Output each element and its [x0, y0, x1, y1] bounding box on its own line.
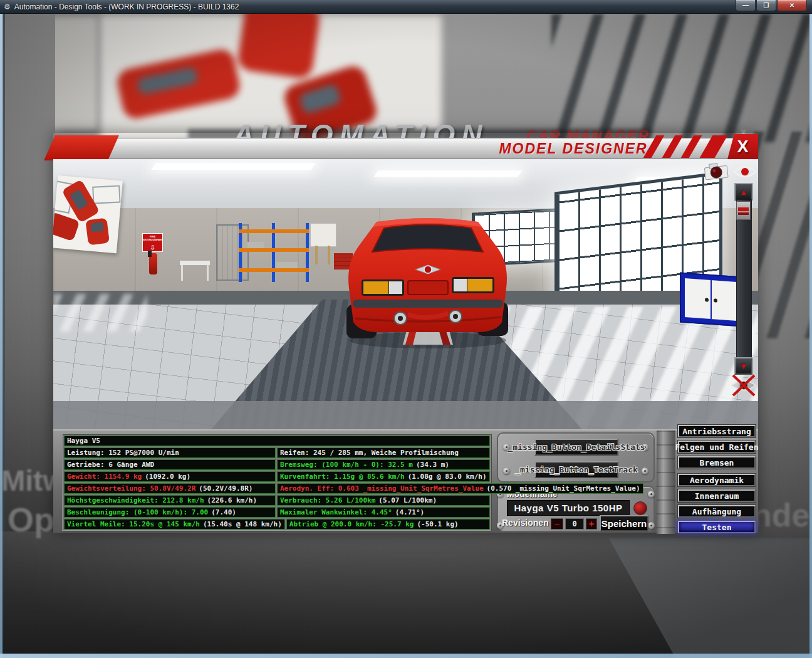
stats-row: Getriebe: 6 Gänge AWD Bremsweg: (100 km/… [64, 459, 490, 470]
backdrop-poster-small [34, 17, 97, 130]
scrollbar-track[interactable] [736, 199, 752, 360]
stat-cell: Gewicht: 1154.9 kg(1092.0 kg) [64, 471, 276, 482]
designer-title: MODEL DESIGNER [473, 140, 674, 157]
stat-cell: Verbrauch: 5.26 L/100km(5.07 L/100km) [277, 495, 490, 506]
car-sketch-poster [53, 175, 123, 254]
window-edge-right [809, 14, 812, 658]
scrollbar-thumb[interactable] [736, 201, 751, 220]
hide-eye-icon[interactable] [730, 373, 757, 400]
window-title: Automation - Design Tools - (WORK IN PRO… [14, 3, 239, 11]
window-edge-left [0, 14, 3, 658]
model-designer-panel: MODEL DESIGNER X [53, 133, 758, 533]
stat-cell: Abtrieb @ 200.0 km/h: -25.7 kg(-50.1 kg) [286, 519, 490, 530]
stat-cell: Maximaler Wankwinkel: 4.45°(4.71°) [277, 507, 490, 518]
stat-cell: Bremsweg: (100 km/h - 0): 32.5 m(34.3 m) [277, 459, 490, 470]
stats-row: Viertel Meile: 15.20s @ 145 km/h(15.40s … [64, 519, 490, 530]
blue-cabinet [680, 273, 742, 327]
revision-value: 0 [565, 518, 584, 530]
bottom-panel: Hayga V5 Leistung: 152 PS@7000 U/min Rei… [53, 429, 758, 533]
revisions-label: Revisionen [502, 518, 549, 528]
save-button[interactable]: Speichern [600, 515, 648, 531]
stat-cell: Reifen: 245 / 285 mm, Weiche Profilmisch… [277, 447, 490, 458]
garage-3d-viewport[interactable]: FIRE EXTINGUISHER ⇩ [53, 159, 758, 429]
viewport-bottom-overlay [53, 401, 758, 429]
backdrop-text-fragment-3: nde [752, 496, 809, 534]
backdrop-left-line [3, 14, 5, 658]
window-close-button[interactable]: ✕ [777, 0, 807, 11]
revision-decrement-button[interactable]: − [551, 518, 563, 530]
maximize-button[interactable]: ❒ [756, 0, 776, 11]
camera-icon[interactable] [704, 162, 730, 183]
test-track-button[interactable]: _missing_Button_TestTrack [534, 461, 618, 478]
backdrop-floor-wedge [564, 538, 812, 658]
stats-row: Gewicht: 1154.9 kg(1092.0 kg) Kurvenfahr… [64, 471, 490, 482]
sidebar-button-bremsen[interactable]: Bremsen [678, 456, 756, 469]
header-red-accent [44, 135, 119, 160]
backdrop-left-strip [0, 14, 55, 658]
car-model-rear-view [343, 212, 513, 353]
stat-cell: Kurvenfahrt: 1.15g @ 85.6 km/h(1.08g @ 8… [277, 471, 490, 482]
backdrop-text-fragment-2: Op [8, 500, 55, 539]
stat-cell: Gewichtsverteilung: 50.8V/49.2R(50.2V/49… [64, 483, 276, 494]
stat-cell: Leistung: 152 PS@7000 U/min [64, 447, 276, 458]
vehicle-stats-table: Hayga V5 Leistung: 152 PS@7000 U/min Rei… [62, 434, 492, 531]
sign-board [310, 223, 335, 264]
backdrop-poster-cars [100, 15, 442, 140]
stats-row: Beschleunigung: (0-100 km/h): 7.00(7.40)… [64, 507, 490, 518]
stats-row: Gewichtsverteilung: 50.8V/49.2R(50.2V/49… [64, 483, 490, 494]
sidebar-button-aufhaengung[interactable]: Aufhängung [678, 505, 756, 518]
stat-cell: Getriebe: 6 Gänge AWD [64, 459, 276, 470]
work-table [180, 261, 210, 281]
window-edge-bottom [0, 654, 812, 658]
minimize-button[interactable]: — [736, 0, 756, 11]
floor-light-patch-left [53, 294, 147, 332]
model-name-input[interactable] [507, 500, 630, 516]
sidebar-button-innenraum[interactable]: Innenraum [678, 489, 756, 502]
randomize-name-button[interactable] [633, 501, 647, 515]
stat-cell: Höchstgeschwindigkeit: 212.8 km/h(226.6 … [64, 495, 276, 506]
fire-extinguisher [149, 253, 157, 274]
stats-row: Leistung: 152 PS@7000 U/min Reifen: 245 … [64, 447, 490, 458]
sidebar-button-antriebsstrang[interactable]: Antriebsstrang [678, 425, 756, 437]
details-plate: _missing_Button_DetailsStats _missing_Bu… [497, 432, 655, 483]
backdrop-window-shadows [551, 14, 812, 142]
backdrop-bottom-area [0, 531, 812, 658]
scroll-down-button[interactable]: ▼ [734, 357, 752, 375]
revision-increment-button[interactable]: + [586, 518, 597, 530]
ceiling-light [151, 163, 316, 170]
application-window: ⚙ Automation - Design Tools - (WORK IN P… [0, 0, 812, 658]
stats-model-name: Hayga V5 [64, 436, 490, 446]
ceiling-light [373, 170, 522, 177]
stats-row: Höchstgeschwindigkeit: 212.8 km/h(226.6 … [64, 495, 490, 506]
sidebar-button-testen[interactable]: Testen [678, 521, 756, 533]
stat-cell: Viertel Meile: 15.20s @ 145 km/h(15.40s … [64, 519, 285, 530]
details-stats-button[interactable]: _missing_Button_DetailsStats [534, 439, 618, 456]
sidebar-button-felgen-und-reifen[interactable]: Felgen und Reifen [678, 441, 756, 453]
close-icon: X [737, 137, 748, 157]
os-title-bar[interactable]: ⚙ Automation - Design Tools - (WORK IN P… [0, 0, 812, 14]
pallet-rack [239, 223, 309, 282]
app-icon: ⚙ [4, 3, 11, 11]
eye-visibility-icon[interactable] [733, 164, 757, 182]
fire-extinguisher-sign: FIRE EXTINGUISHER ⇩ [142, 233, 163, 252]
sidebar-button-aerodynamik[interactable]: Aerodynamik [678, 474, 756, 486]
stat-cell: Aerodyn. Eff: 0.603 _missing_Unit_SqrMet… [277, 483, 643, 494]
backdrop-window-shadows-right [754, 132, 812, 338]
scroll-up-button[interactable]: ▲ [734, 183, 752, 201]
metal-pipe-divider [657, 431, 675, 534]
stat-cell: Beschleunigung: (0-100 km/h): 7.00(7.40) [64, 507, 276, 518]
